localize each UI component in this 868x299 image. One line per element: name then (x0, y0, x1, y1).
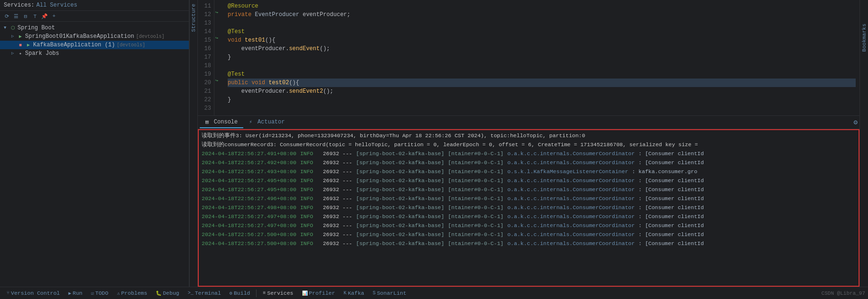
log-thread-5: 26932 --- (323, 176, 352, 185)
editor-area: 11 12 13 14 15 16 17 18 19 20 21 22 23 ↪… (198, 0, 859, 116)
log-src-2: [ntainer#0-0-C-1] (448, 150, 504, 158)
log-lvl-11: INFO (300, 230, 319, 238)
tab-kafka[interactable]: K Kafka (340, 289, 368, 297)
all-services-tab[interactable]: All Services (36, 2, 77, 9)
actuator-tab-icon: ⚡ (249, 119, 252, 125)
log-text-10: : [Consumer clientId (638, 221, 704, 229)
collapse-icon[interactable]: ⊟ (22, 12, 29, 20)
log-ts-7: 2024-04-18T22:56:27.496+08:00 (202, 194, 296, 202)
profiler-icon: 📊 (302, 290, 308, 296)
tab-version-control[interactable]: ⑂ Version Control (3, 289, 64, 297)
tab-profiler[interactable]: 📊 Profiler (298, 289, 339, 297)
code-line-20: public void test02(){ (228, 79, 856, 87)
log-app-5: [spring-boot-02-kafka-base] (356, 176, 444, 185)
tree-item-spark[interactable]: ▷ ✦ Spark Jobs (0, 49, 189, 58)
add-icon[interactable]: + (50, 12, 58, 20)
log-class-10: o.a.k.c.c.internals.ConsumerCoordinator (507, 221, 635, 229)
tree-arrow-spark: ▷ (11, 51, 17, 56)
log-app-7: [spring-boot-02-kafka-base] (356, 194, 444, 202)
code-line-16: eventProducer.sendEvent(); (228, 44, 856, 53)
gutter-arrow-20[interactable]: ↪ (214, 77, 224, 85)
console-output[interactable]: 读取到的事件3: User(id=213234, phone=132394072… (198, 129, 859, 287)
log-msg-1: 读取到的consumerRecord3: ConsumerRecord(topi… (202, 141, 856, 149)
tree-arrow-springboot01: ▷ (11, 34, 17, 39)
log-ts-2: 2024-04-18T22:56:27.491+08:00 (202, 150, 296, 158)
ln-23: 23 (198, 104, 211, 113)
tree-item-spring-boot[interactable]: ▼ ⬡ Spring Boot (0, 24, 189, 32)
log-class-11: o.a.k.c.c.internals.ConsumerCoordinator (507, 230, 635, 238)
filter-icon[interactable]: ⊤ (31, 12, 39, 20)
tab-build[interactable]: ⚙ Build (226, 289, 254, 297)
gutter-arrow-15[interactable]: ↪ (214, 34, 224, 43)
tab-terminal[interactable]: >_ Terminal (184, 289, 225, 297)
springboot01-label: SpringBoot01KafkaBaseApplication (25, 33, 134, 40)
log-line-5: 2024-04-18T22:56:27.495+08:00 INFO 26932… (199, 176, 859, 185)
log-thread-12: 26932 --- (323, 239, 352, 247)
tab-console[interactable]: ▤ Console (200, 117, 243, 128)
log-class-2: o.a.k.c.c.internals.ConsumerCoordinator (507, 150, 635, 158)
log-lvl-3: INFO (300, 158, 319, 167)
log-thread-9: 26932 --- (323, 212, 352, 220)
debug-icon: 🐛 (156, 290, 161, 296)
log-line-3: 2024-04-18T22:56:27.492+08:00 INFO 26932… (199, 158, 859, 167)
log-text-8: : [Consumer clientId (638, 203, 704, 211)
log-text-2: : [Consumer clientId (638, 150, 704, 158)
tab-run[interactable]: ▶ Run (65, 289, 87, 297)
log-line-4: 2024-04-18T22:56:27.493+08:00 INFO 26932… (199, 167, 859, 176)
right-strip: Bookmarks (859, 0, 868, 287)
tab-todo[interactable]: ☑ TODO (87, 289, 112, 297)
log-line-1: 读取到的consumerRecord3: ConsumerRecord(topi… (199, 140, 859, 149)
line-numbers: 11 12 13 14 15 16 17 18 19 20 21 22 23 (198, 0, 214, 115)
log-line-11: 2024-04-18T22:56:27.500+08:00 INFO 26932… (199, 230, 859, 239)
ln-21: 21 (198, 87, 211, 96)
log-src-9: [ntainer#0-0-C-1] (448, 212, 504, 220)
tab-actuator[interactable]: ⚡ Actuator (243, 117, 290, 128)
gutter-arrow-12[interactable]: ↪ (214, 9, 224, 17)
log-text-12: : [Consumer clientId (638, 239, 704, 247)
todo-icon: ☑ (91, 290, 94, 296)
log-lvl-9: INFO (300, 212, 319, 220)
tab-problems[interactable]: ⚠ Problems (113, 289, 151, 297)
ln-11: 11 (198, 2, 211, 10)
ln-19: 19 (198, 70, 211, 79)
tab-services[interactable]: ≡ Services (259, 289, 297, 297)
sync-icon[interactable]: ⟳ (3, 12, 10, 20)
log-thread-3: 26932 --- (323, 158, 352, 167)
code-line-19: @Test (228, 70, 856, 79)
log-lvl-5: INFO (300, 176, 319, 185)
log-src-7: [ntainer#0-0-C-1] (448, 194, 504, 202)
structure-panel: Structure (189, 0, 198, 287)
log-app-11: [spring-boot-02-kafka-base] (356, 230, 444, 238)
log-app-2: [spring-boot-02-kafka-base] (356, 150, 444, 158)
ln-14: 14 (198, 27, 211, 36)
tab-debug[interactable]: 🐛 Debug (152, 289, 183, 297)
tree-item-springboot01[interactable]: ▷ ▶ SpringBoot01KafkaBaseApplication [de… (0, 32, 189, 41)
log-src-8: [ntainer#0-0-C-1] (448, 203, 504, 211)
code-line-18 (228, 62, 856, 70)
list-icon[interactable]: ☰ (12, 12, 20, 20)
bookmarks-label[interactable]: Bookmarks (861, 24, 867, 52)
tab-sonarlint[interactable]: S SonarLint (369, 289, 410, 297)
ln-15: 15 (198, 36, 211, 44)
tree-item-kafkabase[interactable]: ■ ▶ KafkaBaseApplication (1) [devtools] (0, 41, 189, 49)
log-src-10: [ntainer#0-0-C-1] (448, 221, 504, 229)
code-content[interactable]: @Resource private EventProducer eventPro… (224, 0, 859, 115)
ln-16: 16 (198, 44, 211, 53)
log-app-9: [spring-boot-02-kafka-base] (356, 212, 444, 220)
problems-icon: ⚠ (117, 290, 120, 296)
pin-icon[interactable]: 📌 (41, 12, 48, 20)
bottom-bar: ⑂ Version Control ▶ Run ☑ TODO ⚠ Problem… (0, 287, 868, 299)
log-ts-3: 2024-04-18T22:56:27.492+08:00 (202, 158, 296, 167)
stop-icon: ■ (17, 42, 24, 48)
log-app-10: [spring-boot-02-kafka-base] (356, 221, 444, 229)
log-text-9: : [Consumer clientId (638, 212, 704, 220)
log-thread-6: 26932 --- (323, 185, 352, 193)
log-src-11: [ntainer#0-0-C-1] (448, 230, 504, 238)
structure-label[interactable]: Structure (191, 4, 196, 32)
console-settings-icon[interactable]: ⚙ (854, 118, 858, 126)
sidebar-toolbar: ⟳ ☰ ⊟ ⊤ 📌 + (0, 11, 189, 22)
version-control-icon: ⑂ (7, 290, 9, 296)
services-header: Services: All Services (0, 0, 189, 11)
run-icon: ▶ (69, 290, 71, 296)
springboot01-icon: ▶ (17, 33, 24, 40)
